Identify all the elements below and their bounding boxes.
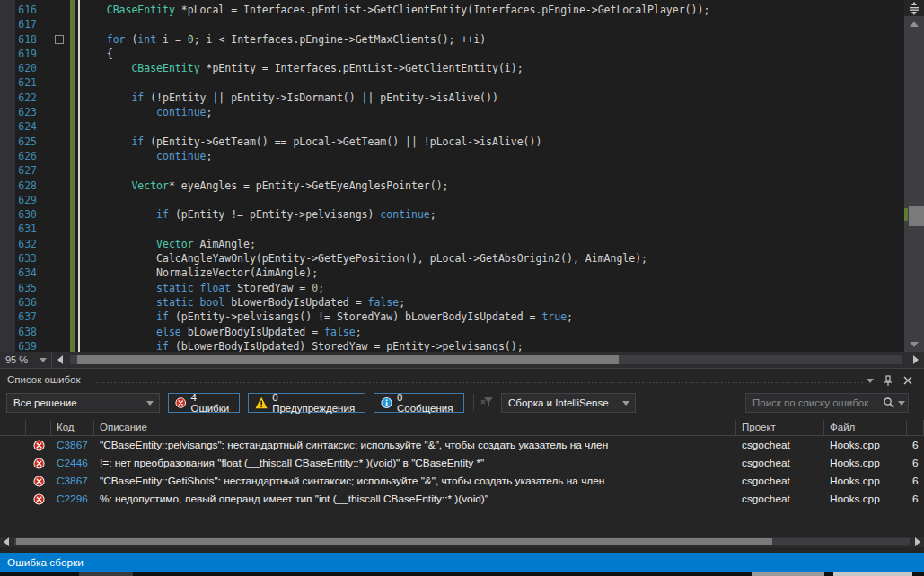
error-row[interactable]: C2296%: недопустимо, левый операнд имеет… — [0, 490, 924, 508]
code-editor[interactable]: 616 CBaseEntity *pLocal = Interfaces.pEn… — [0, 0, 924, 352]
scroll-left-icon[interactable] — [57, 355, 63, 364]
build-status-text: Ошибка сборки — [7, 553, 84, 572]
code-line: 633 CalcAngleYawOnly(pEntity->GetEyePosi… — [0, 251, 898, 266]
close-button[interactable] — [901, 374, 915, 387]
chevron-down-icon[interactable] — [898, 401, 905, 406]
error-icon — [175, 397, 186, 409]
line-number: 623 — [0, 105, 52, 119]
error-row[interactable]: C2446!=: нет преобразования "float (__th… — [0, 454, 924, 472]
code-line: 616 CBaseEntity *pLocal = Interfaces.pEn… — [0, 3, 898, 17]
column-line-partial[interactable] — [907, 420, 924, 435]
warnings-filter-label: 0 Предупреждения — [272, 392, 358, 414]
scroll-up-icon[interactable] — [910, 22, 919, 27]
vertical-scroll-thumb[interactable] — [909, 206, 924, 226]
code-line: 621 — [0, 75, 898, 90]
column-blank — [0, 420, 26, 435]
code-area[interactable]: 616 CBaseEntity *pLocal = Interfaces.pEn… — [0, 3, 898, 353]
horizontal-scroll-thumb[interactable] — [77, 355, 619, 364]
error-code: C2446 — [51, 454, 94, 472]
column-severity[interactable] — [26, 420, 51, 435]
error-description: "CBaseEntity::pelvisangs": нестандартный… — [94, 436, 736, 454]
error-code: C3867 — [51, 436, 94, 454]
line-number: 621 — [0, 75, 52, 90]
code-line: 620 CBaseEntity *pEntity = Interfaces.pE… — [0, 61, 898, 75]
code-line: 632 Vector AimAngle; — [0, 237, 898, 251]
code-line: 628 Vector* eyeAngles = pEntity->GetEyeA… — [0, 179, 898, 193]
collapse-toggle-icon[interactable] — [55, 35, 64, 44]
scroll-left-icon[interactable] — [4, 537, 9, 546]
taskbar-item — [833, 572, 912, 576]
line-number: 636 — [0, 295, 52, 310]
column-code[interactable]: Код — [51, 420, 94, 435]
code-text: continue; — [82, 149, 212, 163]
code-line: 624 — [0, 119, 898, 134]
info-icon — [381, 397, 392, 409]
code-line: 617 — [0, 17, 898, 31]
line-number: 633 — [0, 251, 52, 266]
filter-icon — [480, 396, 495, 409]
error-icon — [26, 436, 51, 454]
panel-horizontal-scrollbar[interactable] — [0, 537, 924, 547]
taskbar-item — [79, 572, 133, 576]
error-list-toolbar: Все решение 4 Ошибки 0 Предупреждения — [0, 390, 924, 415]
change-tracking-bar — [70, 0, 75, 352]
drag-handle-dots — [95, 379, 865, 384]
pin-button[interactable] — [881, 374, 895, 387]
error-project: csgocheat — [736, 436, 824, 454]
error-file: Hooks.cpp — [824, 454, 907, 472]
code-line: 622 if (!pEntity || pEntity->IsDormant()… — [0, 91, 898, 105]
zoom-level-value: 95 % — [5, 354, 28, 365]
errors-filter-label: 4 Ошибки — [190, 392, 233, 414]
code-text: CBaseEntity *pEntity = Interfaces.pEntLi… — [82, 61, 524, 75]
toolbar-separator — [473, 394, 474, 411]
panel-scroll-thumb[interactable] — [16, 538, 772, 545]
zoom-level-dropdown[interactable]: 95 % — [0, 352, 52, 368]
code-text: NormalizeVector(AimAngle); — [82, 266, 318, 280]
column-file[interactable]: Файл — [824, 420, 907, 435]
line-number: 622 — [0, 91, 52, 105]
scope-filter-value: Все решение — [13, 397, 77, 408]
error-list-panel: Список ошибок Все решение — [0, 368, 924, 553]
error-icon — [26, 490, 51, 508]
errors-filter-button[interactable]: 4 Ошибки — [168, 393, 240, 413]
window-position-button[interactable] — [863, 374, 877, 387]
scroll-right-icon[interactable] — [915, 537, 920, 546]
error-table-header: Код Описание Проект Файл — [0, 420, 924, 436]
error-row[interactable]: C3867"CBaseEntity::pelvisangs": нестанда… — [0, 436, 924, 454]
line-number: 635 — [0, 281, 52, 295]
line-number: 616 — [0, 3, 52, 17]
messages-filter-button[interactable]: 0 Сообщения — [374, 393, 464, 413]
scope-filter-dropdown[interactable]: Все решение — [6, 393, 160, 413]
source-filter-dropdown[interactable]: Сборка и IntelliSense — [501, 393, 636, 413]
search-icon[interactable] — [883, 397, 895, 409]
error-file: Hooks.cpp — [824, 436, 907, 454]
line-number: 618 — [0, 32, 52, 47]
error-row[interactable]: C3867"CBaseEntity::GetiShots": нестандар… — [0, 472, 924, 490]
panel-title: Список ошибок — [7, 374, 81, 385]
source-filter-value: Сборка и IntelliSense — [508, 397, 609, 408]
line-number: 630 — [0, 207, 52, 222]
line-number: 634 — [0, 266, 52, 280]
error-description: !=: нет преобразования "float (__thiscal… — [94, 454, 736, 472]
editor-vertical-scrollbar[interactable] — [904, 0, 924, 352]
column-description[interactable]: Описание — [94, 420, 736, 435]
splitter-icon[interactable] — [904, 0, 924, 16]
code-text: Vector AimAngle; — [82, 237, 256, 251]
line-number: 638 — [0, 325, 52, 339]
error-line-partial: 6 — [907, 490, 924, 508]
scroll-down-icon[interactable] — [910, 342, 919, 347]
code-text: if (pEntity->pelvisangs() != StoredYaw) … — [82, 310, 573, 324]
warnings-filter-button[interactable]: 0 Предупреждения — [248, 393, 365, 413]
code-line: 623 continue; — [0, 105, 898, 119]
code-text: static float StoredYaw = 0; — [82, 281, 324, 295]
code-line: 626 continue; — [0, 149, 898, 163]
code-text: CalcAngleYawOnly(pEntity->GetEyePosition… — [82, 251, 647, 266]
search-input[interactable] — [746, 394, 881, 412]
line-number: 631 — [0, 222, 52, 236]
line-number: 628 — [0, 179, 52, 193]
scroll-right-icon[interactable] — [913, 355, 919, 364]
panel-title-bar[interactable]: Список ошибок — [0, 372, 924, 388]
error-project: csgocheat — [736, 454, 824, 472]
column-project[interactable]: Проект — [736, 420, 824, 435]
clear-filter-button[interactable] — [480, 396, 497, 410]
